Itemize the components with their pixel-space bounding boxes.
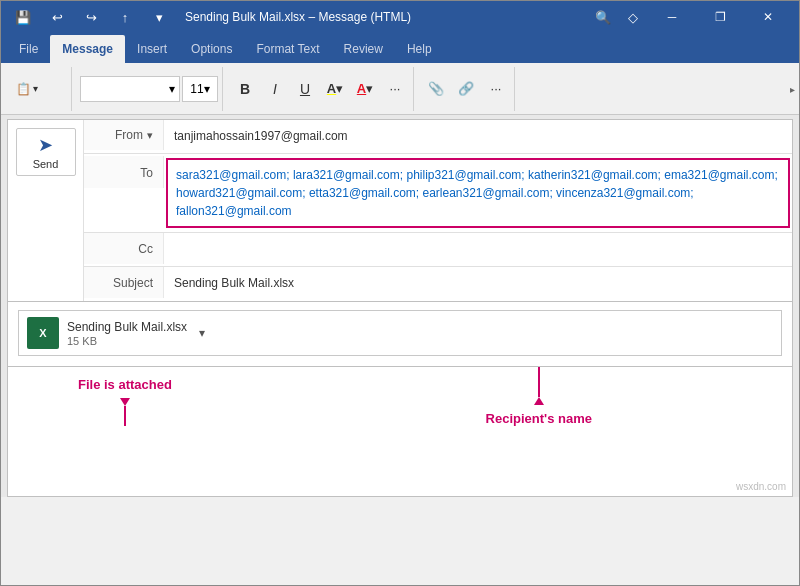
ribbon-tabs: File Message Insert Options Format Text … <box>1 33 799 63</box>
subject-row: Subject Sending Bulk Mail.xlsx <box>84 267 792 301</box>
qat-save[interactable]: 💾 <box>9 3 37 31</box>
body-annotation-area: Recipient's name File is attached wsxdn.… <box>7 367 793 497</box>
attach-filename: Sending Bulk Mail.xlsx <box>67 320 187 334</box>
italic-button[interactable]: I <box>261 75 289 103</box>
from-row: From ▾ tanjimahossain1997@gmail.com <box>84 120 792 154</box>
font-color-button[interactable]: A ▾ <box>351 75 379 103</box>
from-value[interactable]: tanjimahossain1997@gmail.com <box>164 120 792 153</box>
overflow-button[interactable]: ··· <box>482 75 510 103</box>
from-dropdown-icon[interactable]: ▾ <box>147 129 153 142</box>
qat-up[interactable]: ↑ <box>111 3 139 31</box>
title-bar-title: Sending Bulk Mail.xlsx – Message (HTML) <box>185 10 411 24</box>
minimize-button[interactable]: ─ <box>649 1 695 33</box>
to-label[interactable]: To <box>84 156 164 188</box>
highlight-button[interactable]: A ▾ <box>321 75 349 103</box>
recipient-annotation-text: Recipient's name <box>486 411 592 426</box>
link-button[interactable]: 🔗 <box>452 75 480 103</box>
tab-options[interactable]: Options <box>179 35 244 63</box>
cc-label: Cc <box>84 233 164 264</box>
close-button[interactable]: ✕ <box>745 1 791 33</box>
font-size-dropdown[interactable]: 11 ▾ <box>182 76 218 102</box>
format-group: B I U A ▾ A ▾ ··· <box>227 67 414 111</box>
file-annotation: File is attached <box>78 377 172 426</box>
clipboard-group: 📋 ▾ <box>7 67 72 111</box>
diamond-icon[interactable]: ◇ <box>619 3 647 31</box>
font-group: ▾ 11 ▾ <box>76 67 223 111</box>
file-arrow-line <box>124 406 126 426</box>
tab-file[interactable]: File <box>7 35 50 63</box>
bold-button[interactable]: B <box>231 75 259 103</box>
more-format-button[interactable]: ··· <box>381 75 409 103</box>
attach-file-button[interactable]: 📎 <box>422 75 450 103</box>
to-value[interactable]: sara321@gmail.com; lara321@gmail.com; ph… <box>166 158 790 228</box>
attach-dropdown-icon[interactable]: ▾ <box>199 326 205 340</box>
subject-value[interactable]: Sending Bulk Mail.xlsx <box>164 267 792 300</box>
font-size-value: 11 <box>190 82 203 96</box>
attachment-area: X Sending Bulk Mail.xlsx 15 KB ▾ <box>7 302 793 367</box>
tab-help[interactable]: Help <box>395 35 444 63</box>
search-icon[interactable]: 🔍 <box>589 3 617 31</box>
file-arrowhead <box>120 398 130 406</box>
clipboard-button[interactable]: 📋 ▾ <box>11 75 67 103</box>
attach-icon: 📎 <box>428 81 444 96</box>
qat-redo[interactable]: ↪ <box>77 3 105 31</box>
compose-area: ➤ Send From ▾ tanjimahossain1997@gmail.c… <box>7 119 793 302</box>
font-name-dropdown[interactable]: ▾ <box>80 76 180 102</box>
ribbon-toolbar: 📋 ▾ ▾ 11 ▾ B I U A ▾ A ▾ ··· 📎 🔗 <box>1 63 799 115</box>
attach-info: Sending Bulk Mail.xlsx 15 KB <box>67 320 187 347</box>
tab-message[interactable]: Message <box>50 35 125 63</box>
attach-filesize: 15 KB <box>67 335 187 347</box>
restore-button[interactable]: ❐ <box>697 1 743 33</box>
send-button[interactable]: ➤ Send <box>16 128 76 176</box>
recipient-annotation: Recipient's name <box>486 367 592 426</box>
underline-button[interactable]: U <box>291 75 319 103</box>
file-annotation-text: File is attached <box>78 377 172 392</box>
watermark: wsxdn.com <box>736 481 786 492</box>
recipient-arrowhead <box>534 397 544 405</box>
qat-dropdown[interactable]: ▾ <box>145 3 173 31</box>
link-icon: 🔗 <box>458 81 474 96</box>
subject-label: Subject <box>84 267 164 298</box>
send-panel: ➤ Send <box>8 120 84 301</box>
recipient-arrow-line <box>538 367 540 397</box>
clipboard-icon: 📋 <box>16 82 31 96</box>
insert-group: 📎 🔗 ··· <box>418 67 515 111</box>
tab-format-text[interactable]: Format Text <box>244 35 331 63</box>
excel-icon: X <box>27 317 59 349</box>
title-bar-controls: 🔍 ◇ ─ ❐ ✕ <box>589 1 791 33</box>
tab-insert[interactable]: Insert <box>125 35 179 63</box>
send-icon: ➤ <box>38 134 53 156</box>
tab-review[interactable]: Review <box>332 35 395 63</box>
qat-undo[interactable]: ↩ <box>43 3 71 31</box>
to-row: To sara321@gmail.com; lara321@gmail.com;… <box>84 154 792 233</box>
fields-panel: From ▾ tanjimahossain1997@gmail.com To s… <box>84 120 792 301</box>
from-label: From ▾ <box>84 120 164 150</box>
ribbon-scroll-right[interactable]: ▸ <box>790 83 795 94</box>
cc-value[interactable] <box>164 233 792 249</box>
attachment-item[interactable]: X Sending Bulk Mail.xlsx 15 KB ▾ <box>18 310 782 356</box>
title-bar-left: 💾 ↩ ↪ ↑ ▾ Sending Bulk Mail.xlsx – Messa… <box>9 3 411 31</box>
send-label: Send <box>33 158 59 170</box>
title-bar: 💾 ↩ ↪ ↑ ▾ Sending Bulk Mail.xlsx – Messa… <box>1 1 799 33</box>
cc-row: Cc <box>84 233 792 267</box>
